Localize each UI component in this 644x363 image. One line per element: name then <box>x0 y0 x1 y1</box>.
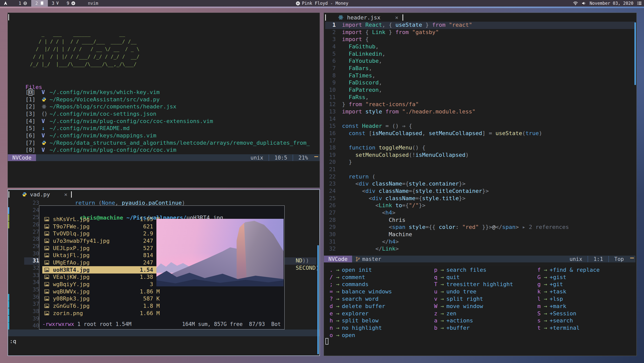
wifi-icon[interactable] <box>573 1 578 5</box>
whichkey-item[interactable]: b→+buffer <box>434 324 513 331</box>
whichkey-item[interactable]: ;→commands <box>329 281 392 288</box>
whichkey-item[interactable]: /→comment <box>329 274 392 281</box>
code-line[interactable]: 21 <box>325 166 635 173</box>
tab-header-label[interactable]: header.jsx <box>347 14 380 21</box>
scrollbar[interactable] <box>634 22 636 85</box>
scrollbar[interactable] <box>317 245 319 354</box>
code-line[interactable]: 28 Chris <box>325 217 635 224</box>
whichkey-item[interactable]: G→+gist <box>537 274 600 281</box>
wallpaper-file-row[interactable]: wgBqiyY.jpg3M <box>42 281 162 288</box>
workspace-2[interactable]: 2 <box>31 0 48 7</box>
recent-file-item[interactable]: [6]V~/.config/nvim/keys/mappings.vim <box>25 132 318 139</box>
git-branch[interactable]: master <box>352 256 385 262</box>
code-line[interactable]: 31 </h4> <box>325 238 635 246</box>
code-line[interactable]: 20 } <box>325 159 635 166</box>
whichkey-item[interactable]: n→no highlight <box>329 324 392 331</box>
whichkey-item[interactable]: e→explorer <box>329 310 392 317</box>
code-line[interactable]: 23 <div className={style.container}> <box>325 180 635 188</box>
recent-file-item[interactable]: [0]V~/.config/nvim/keys/which-key.vim <box>25 88 318 96</box>
wallpaper-file-row[interactable]: UMgEfAo.jpg247K <box>42 259 162 266</box>
code-line[interactable]: 32 </Link> <box>325 246 635 253</box>
code-line[interactable]: 5 FaLinkedin, <box>325 51 635 58</box>
code-line[interactable]: 24 <div className={style.titleContainer}… <box>325 188 635 195</box>
whichkey-item[interactable]: k→+task <box>537 288 600 295</box>
wallpaper-file-row[interactable]: y08Rpk3.jpg587K <box>42 295 162 302</box>
wallpaper-file-row[interactable]: UktajFl.jpg814K <box>42 252 162 259</box>
wallpaper-file-row[interactable]: wqBUWVx.jpg1.86M <box>42 288 162 295</box>
whichkey-item[interactable]: h→split below <box>329 317 392 324</box>
code-line[interactable]: 7 FaBars, <box>325 65 635 72</box>
clock-date[interactable]: November 03, 2020 <box>590 1 633 6</box>
code-line[interactable]: 10 FaPatreon, <box>325 87 635 94</box>
volume-icon[interactable] <box>582 1 586 5</box>
recent-file-item[interactable]: [7]~/Repos/data_structures_and_algorithm… <box>25 139 318 146</box>
code-line[interactable]: 9 FaDiscord, <box>325 79 635 87</box>
code-line[interactable]: 18 function toggleMenu() { <box>325 144 635 152</box>
code-line[interactable]: 25 <div className={style.title}> <box>325 195 635 202</box>
whichkey-item[interactable]: .→open init <box>329 266 392 274</box>
code-line[interactable]: 4 FaGithub, <box>325 43 635 51</box>
code-line[interactable]: 27 <h4> <box>325 209 635 217</box>
whichkey-item[interactable]: S→+Session <box>537 310 600 317</box>
whichkey-item[interactable]: f→+find & replace <box>537 266 600 274</box>
header-editor-window[interactable]: header.jsx × 1import React, { useState }… <box>324 13 637 356</box>
recent-file-item[interactable]: [3]{}~/.config/nvim/coc-settings.json <box>25 110 318 117</box>
wallpaper-file-row[interactable]: shKsVrL.jpg1.95M <box>42 216 162 223</box>
code-line[interactable]: 2import { Link } from "gatsby" <box>325 29 635 36</box>
tab-close-icon[interactable]: × <box>64 191 67 198</box>
code-line[interactable]: 19 setMenuCollapsed(!isMenuCollapsed) <box>325 152 635 159</box>
recent-file-item[interactable]: [5]↓~/.config/nvim/README.md <box>25 125 318 132</box>
whichkey-item[interactable]: s→+search <box>537 317 600 324</box>
whichkey-item[interactable]: t→+terminal <box>537 324 600 331</box>
whichkey-item[interactable]: p→search files <box>434 266 513 274</box>
now-playing[interactable]: Pink Floyd - Money <box>296 0 348 7</box>
whichkey-item[interactable]: m→+mark <box>537 302 600 310</box>
recent-file-item[interactable]: [2]~/Repos/blog/src/components/header.js… <box>25 103 318 110</box>
whichkey-item[interactable]: d→delete buffer <box>329 302 392 310</box>
wallpaper-file-row[interactable]: zGnGuT6.jpg1.8M <box>42 302 162 310</box>
code-line[interactable]: 26 <Link to={"/"}> <box>325 202 635 209</box>
whichkey-item[interactable]: q→quit <box>434 274 513 281</box>
wallpaper-file-row[interactable]: VEaljKW.jpg1.38M <box>42 274 162 281</box>
code-line[interactable]: 1import React, { useState } from "react" <box>325 22 635 29</box>
workspace-3[interactable]: 3V <box>48 0 63 7</box>
vad-editor-window[interactable]: vad.py × 23 return (None, pyaudio.paCont… <box>8 189 320 356</box>
whichkey-item[interactable]: =→balance windows <box>329 288 392 295</box>
whichkey-item[interactable]: a→+actions <box>434 317 513 324</box>
code-line[interactable]: 30 Machine <box>325 231 635 238</box>
whichkey-item[interactable]: u→undo tree <box>434 288 513 295</box>
tab-vad-label[interactable]: vad.py <box>30 191 50 198</box>
header-code-area[interactable]: 1import React, { useState } from "react"… <box>325 22 635 253</box>
command-line[interactable]: :q <box>10 338 16 344</box>
recent-file-item[interactable]: [4]V~/.config/nvim/plug-config/coc/coc-e… <box>25 117 318 125</box>
code-line[interactable]: 8 FaTimes, <box>325 72 635 80</box>
recent-file-item[interactable]: [1]~/Repos/VoiceAssistant/src/vad.py <box>25 96 318 103</box>
nvim-start-window[interactable]: _ ___ ______ __ / | / / | / / ____/___ _… <box>8 13 320 188</box>
code-line[interactable]: 15const Header = () ⇒ { <box>325 123 635 130</box>
whichkey-item[interactable]: l→+lsp <box>537 295 600 302</box>
wallpaper-file-row[interactable]: T9o7FWe.jpg621K <box>42 223 162 230</box>
code-line[interactable]: 29 <span style={{ color: "red" }}>@</spa… <box>325 224 635 231</box>
whichkey-item[interactable]: ?→search word <box>329 295 392 302</box>
code-line[interactable]: 11 FaRss, <box>325 94 635 101</box>
whichkey-item[interactable]: W→move window <box>434 302 513 310</box>
code-line[interactable]: 17 <box>325 137 635 145</box>
code-line[interactable]: 14 <box>325 116 635 123</box>
code-line[interactable]: 22 return ( <box>325 173 635 181</box>
wallpaper-file-row[interactable]: uoH3RT4.jpg1.54M <box>42 266 162 274</box>
menu-icon[interactable] <box>637 1 642 5</box>
code-line[interactable]: 6 FaYoutube, <box>325 58 635 65</box>
whichkey-item[interactable]: T→treesitter highlight <box>434 281 513 288</box>
whichkey-item[interactable]: g→+git <box>537 281 600 288</box>
wallpaper-file-row[interactable]: zorin.png1.66M <box>42 310 162 317</box>
tab-close-icon[interactable]: × <box>395 14 398 21</box>
whichkey-item[interactable]: z→zen <box>434 310 513 317</box>
whichkey-item[interactable]: o→open <box>329 331 392 339</box>
wallpaper-file-row[interactable]: UEJLpxP.jpg527K <box>42 245 162 252</box>
workspace-9[interactable]: 9 <box>63 0 79 7</box>
code-line[interactable]: 12} from "react-icons/fa" <box>325 101 635 108</box>
wallpaper-file-row[interactable]: TvOVDlq.jpg2.9M <box>42 230 162 237</box>
code-line[interactable]: 3import { <box>325 36 635 43</box>
wallpaper-file-row[interactable]: u7o3nwab7fy41.jpg247K <box>42 237 162 245</box>
code-line[interactable]: 13import style from "./header.module.les… <box>325 108 635 116</box>
